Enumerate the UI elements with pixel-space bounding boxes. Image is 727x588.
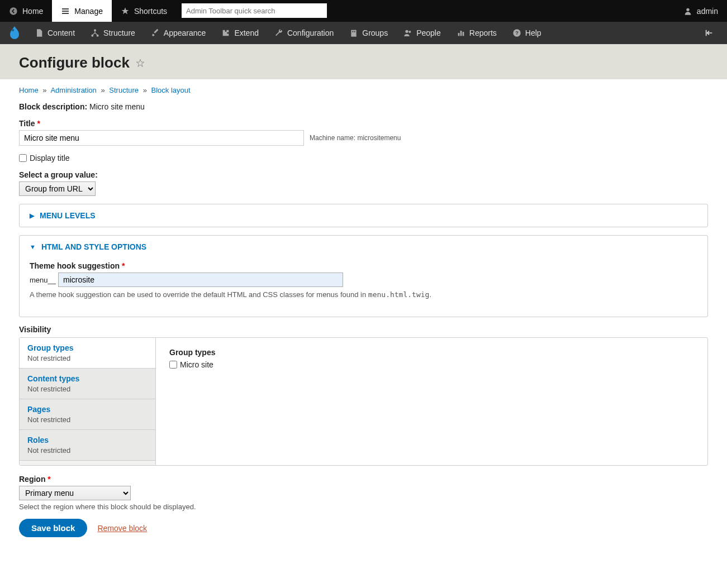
block-desc-label: Block description:: [19, 102, 87, 111]
menu-appearance[interactable]: Appearance: [143, 22, 214, 44]
menu-content[interactable]: Content: [27, 22, 83, 44]
svg-text:?: ?: [515, 30, 519, 36]
toolbar-search: [182, 3, 327, 18]
breadcrumb-home[interactable]: Home: [19, 86, 39, 94]
brush-icon: [151, 28, 160, 37]
panel-option-label: Micro site: [180, 360, 213, 369]
html-style-body: Theme hook suggestion * menu__ A theme h…: [20, 258, 707, 317]
vtab-title: Pages: [27, 405, 148, 414]
display-title-checkbox[interactable]: [19, 154, 27, 162]
theme-hook-label: Theme hook suggestion *: [30, 261, 125, 270]
menu-reports[interactable]: Reports: [449, 22, 505, 44]
theme-hook-prefix: menu__: [30, 276, 56, 284]
breadcrumb-admin[interactable]: Administration: [50, 86, 96, 94]
search-input[interactable]: [182, 3, 327, 18]
vtab-pages[interactable]: Pages Not restricted: [20, 399, 155, 430]
html-style-summary[interactable]: ▼ HTML AND STYLE OPTIONS: [20, 236, 707, 258]
file-icon: [35, 28, 44, 37]
breadcrumb-block-layout[interactable]: Block layout: [151, 86, 191, 94]
vtab-summary: Not restricted: [27, 354, 148, 362]
theme-hook-field: Theme hook suggestion * menu__ A theme h…: [30, 261, 697, 299]
menu-groups-label: Groups: [362, 28, 388, 37]
group-value-select[interactable]: Group from URL: [19, 181, 96, 196]
menu-help[interactable]: ? Help: [505, 22, 549, 44]
menu-extend[interactable]: Extend: [213, 22, 267, 44]
theme-hook-help: A theme hook suggestion can be used to o…: [30, 290, 697, 299]
vtab-summary: Not restricted: [27, 446, 148, 455]
arrow-right-icon: ▶: [30, 212, 34, 219]
machine-name: Machine name: micrositemenu: [310, 134, 401, 142]
save-button[interactable]: Save block: [19, 519, 87, 537]
svg-rect-11: [458, 33, 459, 36]
hamburger-icon: [61, 7, 70, 16]
menu-structure[interactable]: Structure: [83, 22, 143, 44]
block-desc-value: Micro site menu: [89, 102, 145, 111]
svg-rect-13: [462, 32, 464, 36]
drupal-logo[interactable]: [6, 22, 27, 44]
star-icon: [121, 7, 130, 16]
panel-option-row: Micro site: [169, 360, 694, 369]
menu-reports-label: Reports: [469, 28, 497, 37]
form-actions: Save block Remove block: [19, 519, 708, 537]
svg-point-9: [406, 30, 408, 33]
html-style-title: HTML AND STYLE OPTIONS: [41, 242, 146, 251]
building-icon: [349, 28, 358, 37]
vtab-group-types[interactable]: Group types Not restricted: [20, 338, 155, 369]
menu-levels-title: MENU LEVELS: [40, 211, 96, 220]
svg-rect-7: [353, 31, 354, 32]
toolbar-user[interactable]: admin: [674, 0, 727, 22]
main-content: Home » Administration » Structure » Bloc…: [0, 79, 727, 560]
region-select[interactable]: Primary menu: [19, 486, 131, 500]
menu-levels-details: ▶ MENU LEVELS: [19, 204, 708, 227]
vtab-summary: Not restricted: [27, 415, 148, 424]
toolbar-shortcuts[interactable]: Shortcuts: [112, 0, 176, 22]
title-input[interactable]: [19, 130, 304, 146]
people-icon: [403, 28, 412, 37]
micro-site-checkbox[interactable]: [169, 361, 177, 369]
breadcrumb: Home » Administration » Structure » Bloc…: [19, 86, 708, 94]
drupal-icon: [8, 25, 21, 41]
svg-point-1: [686, 8, 689, 11]
menu-groups[interactable]: Groups: [341, 22, 396, 44]
toolbar-manage[interactable]: Manage: [52, 0, 112, 22]
menu-extend-label: Extend: [234, 28, 259, 37]
toolbar-home[interactable]: Home: [0, 0, 52, 22]
vtab-roles[interactable]: Roles Not restricted: [20, 430, 155, 461]
back-icon: [9, 7, 18, 16]
toggle-orientation[interactable]: [697, 22, 721, 44]
display-title-field: Display title: [19, 154, 708, 162]
toolbar-manage-label: Manage: [74, 7, 103, 16]
wrench-icon: [274, 28, 283, 37]
menu-appearance-label: Appearance: [164, 28, 206, 37]
region-field: Region * Primary menu Select the region …: [19, 475, 708, 511]
breadcrumb-structure[interactable]: Structure: [109, 86, 139, 94]
user-icon: [683, 7, 692, 16]
svg-rect-12: [460, 31, 462, 36]
group-value-label: Select a group value:: [19, 170, 98, 179]
group-value-field: Select a group value: Group from URL: [19, 170, 708, 196]
vtab-summary: Not restricted: [27, 385, 148, 393]
svg-point-0: [9, 7, 17, 15]
vtab-title: Content types: [27, 374, 148, 383]
favorite-star-icon[interactable]: [135, 58, 145, 68]
menu-configuration-label: Configuration: [287, 28, 334, 37]
toolbar-top: Home Manage Shortcuts admin: [0, 0, 727, 22]
page-title: Configure block: [19, 54, 130, 71]
menu-people-label: People: [416, 28, 441, 37]
remove-link[interactable]: Remove block: [97, 524, 147, 533]
menu-people[interactable]: People: [396, 22, 449, 44]
menu-content-label: Content: [47, 28, 75, 37]
svg-point-3: [94, 29, 96, 31]
theme-hook-input[interactable]: [58, 273, 343, 287]
region-help: Select the region where this block shoul…: [19, 503, 708, 511]
menu-configuration[interactable]: Configuration: [267, 22, 341, 44]
svg-rect-6: [351, 30, 357, 37]
toolbar-user-label: admin: [697, 7, 718, 16]
menu-help-label: Help: [525, 28, 541, 37]
vtab-title: Roles: [27, 436, 148, 444]
page-header: Configure block: [0, 44, 727, 79]
visibility-panel: Group types Micro site: [156, 338, 707, 465]
menu-levels-summary[interactable]: ▶ MENU LEVELS: [20, 204, 707, 227]
region-label: Region *: [19, 475, 51, 484]
vtab-content-types[interactable]: Content types Not restricted: [20, 369, 155, 399]
